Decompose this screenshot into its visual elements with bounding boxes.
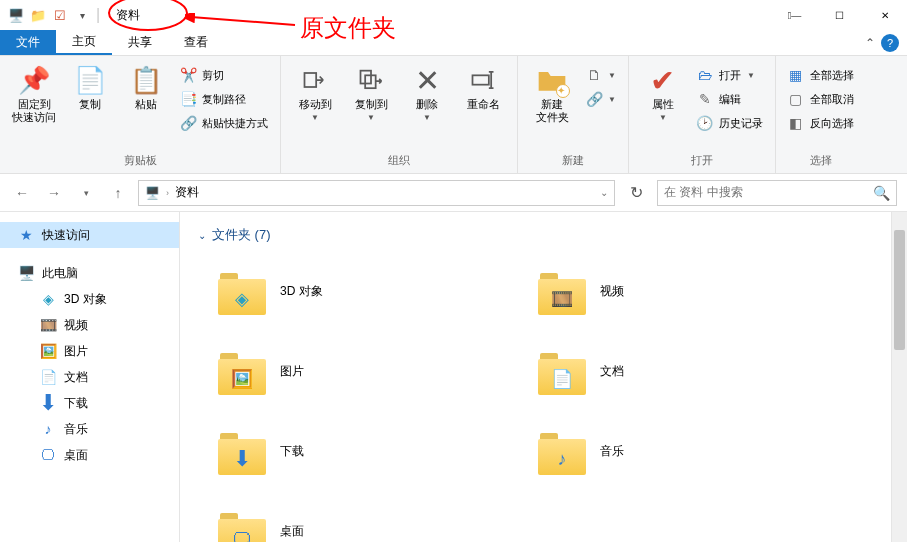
pc-icon: 🖥️ <box>18 265 34 281</box>
open-label: 打开 <box>719 68 741 83</box>
history-label: 历史记录 <box>719 116 763 131</box>
chevron-down-icon: ⌄ <box>198 230 206 241</box>
svg-rect-4 <box>473 75 489 84</box>
address-path: 资料 <box>175 184 199 201</box>
ribbon-tabs: 文件 主页 共享 查看 ⌃ ? <box>0 30 907 56</box>
window-title: 资料 <box>116 7 140 24</box>
invert-selection-button[interactable]: ◧反向选择 <box>784 112 858 134</box>
folder-music[interactable]: ♪音乐 <box>518 416 838 486</box>
sidebar-item-label: 桌面 <box>64 447 88 464</box>
tab-home[interactable]: 主页 <box>56 30 112 55</box>
cube-icon: ◈ <box>40 291 56 307</box>
copy-icon: 📄 <box>74 64 106 96</box>
group-label-open: 打开 <box>637 153 767 171</box>
window-icon-pc: 🖥️ <box>8 7 24 23</box>
sidebar-item-picture[interactable]: 🖼️图片 <box>0 338 179 364</box>
folder-icon: ♪ <box>538 427 586 475</box>
back-button[interactable]: ← <box>10 181 34 205</box>
scrollbar-thumb[interactable] <box>894 230 905 350</box>
cut-button[interactable]: ✂️剪切 <box>176 64 272 86</box>
folder-label: 视频 <box>600 283 624 300</box>
pin-to-quick-access-button[interactable]: 📌 固定到 快速访问 <box>8 60 60 124</box>
forward-button[interactable]: → <box>42 181 66 205</box>
select-all-button[interactable]: ▦全部选择 <box>784 64 858 86</box>
folder-icon: ⬇ <box>218 427 266 475</box>
sidebar-item-video[interactable]: 🎞️视频 <box>0 312 179 338</box>
sidebar-quick-access[interactable]: ★ 快速访问 <box>0 222 179 248</box>
paste-shortcut-button[interactable]: 🔗粘贴快捷方式 <box>176 112 272 134</box>
folder-picture[interactable]: 🖼️图片 <box>198 336 518 406</box>
close-button[interactable]: ✕ <box>862 0 907 30</box>
select-none-button[interactable]: ▢全部取消 <box>784 88 858 110</box>
move-to-button[interactable]: 移动到 ▼ <box>289 60 341 122</box>
sidebar-item-music[interactable]: ♪音乐 <box>0 416 179 442</box>
history-icon: 🕑 <box>697 115 713 131</box>
sidebar-this-pc-label: 此电脑 <box>42 265 78 282</box>
content-area: ★ 快速访问 🖥️ 此电脑 ◈3D 对象🎞️视频🖼️图片📄文档⬇下载♪音乐🖵桌面… <box>0 212 907 542</box>
copy-path-button[interactable]: 📑复制路径 <box>176 88 272 110</box>
paste-shortcut-label: 粘贴快捷方式 <box>202 116 268 131</box>
help-button[interactable]: ? <box>881 34 899 52</box>
new-item-button[interactable]: 🗋▼ <box>582 64 620 86</box>
vertical-scrollbar[interactable] <box>891 212 907 542</box>
new-folder-button[interactable]: ✦ 新建 文件夹 <box>526 60 578 124</box>
properties-button[interactable]: ✔ 属性 ▼ <box>637 60 689 122</box>
edit-button[interactable]: ✎编辑 <box>693 88 767 110</box>
desktop-icon: 🖵 <box>40 447 56 463</box>
star-icon: ★ <box>18 227 34 243</box>
sidebar-item-desktop[interactable]: 🖵桌面 <box>0 442 179 468</box>
folder-document[interactable]: 📄文档 <box>518 336 838 406</box>
sidebar-item-download[interactable]: ⬇下载 <box>0 390 179 416</box>
sidebar-item-document[interactable]: 📄文档 <box>0 364 179 390</box>
ribbon-group-open: ✔ 属性 ▼ 🗁打开 ▼ ✎编辑 🕑历史记录 打开 <box>629 56 776 173</box>
easy-access-icon: 🔗 <box>586 91 602 107</box>
chevron-down-icon: ▼ <box>608 71 616 80</box>
history-button[interactable]: 🕑历史记录 <box>693 112 767 134</box>
refresh-button[interactable]: ↻ <box>623 180 649 206</box>
address-dropdown[interactable]: ⌄ <box>600 187 608 198</box>
search-input[interactable]: 在 资料 中搜索 🔍 <box>657 180 897 206</box>
folder-cube[interactable]: ◈3D 对象 <box>198 256 518 326</box>
main-pane: ⌄ 文件夹 (7) ◈3D 对象🎞️视频🖼️图片📄文档⬇下载♪音乐🖵桌面 <box>180 212 907 542</box>
ribbon-group-new: ✦ 新建 文件夹 🗋▼ 🔗▼ 新建 <box>518 56 629 173</box>
paste-label: 粘贴 <box>135 98 157 111</box>
folders-section-header[interactable]: ⌄ 文件夹 (7) <box>198 226 889 244</box>
paste-icon: 📋 <box>130 64 162 96</box>
sidebar-item-label: 音乐 <box>64 421 88 438</box>
copy-path-icon: 📑 <box>180 91 196 107</box>
tab-view[interactable]: 查看 <box>168 30 224 55</box>
search-icon: 🔍 <box>873 185 890 201</box>
address-pc-icon: 🖥️ <box>145 186 160 200</box>
tab-file[interactable]: 文件 <box>0 30 56 55</box>
sidebar-this-pc[interactable]: 🖥️ 此电脑 <box>0 260 179 286</box>
rename-icon <box>467 64 499 96</box>
paste-button[interactable]: 📋 粘贴 <box>120 60 172 111</box>
address-bar[interactable]: 🖥️ › 资料 ⌄ <box>138 180 615 206</box>
folders-section-title: 文件夹 (7) <box>212 226 271 244</box>
chevron-down-icon: ▼ <box>747 71 755 80</box>
up-button[interactable]: ↑ <box>106 181 130 205</box>
recent-button[interactable]: ▾ <box>74 181 98 205</box>
quick-access-dropdown[interactable]: ▾ <box>74 7 90 23</box>
rename-button[interactable]: 重命名 <box>457 60 509 111</box>
folder-download[interactable]: ⬇下载 <box>198 416 518 486</box>
tab-share[interactable]: 共享 <box>112 30 168 55</box>
folder-video[interactable]: 🎞️视频 <box>518 256 838 326</box>
copy-button[interactable]: 📄 复制 <box>64 60 116 111</box>
folder-desktop[interactable]: 🖵桌面 <box>198 496 518 542</box>
sidebar-item-cube[interactable]: ◈3D 对象 <box>0 286 179 312</box>
collapse-ribbon-button[interactable]: ⌃ <box>865 36 875 50</box>
invert-label: 反向选择 <box>810 116 854 131</box>
open-button[interactable]: 🗁打开 ▼ <box>693 64 767 86</box>
copy-to-button[interactable]: 复制到 ▼ <box>345 60 397 122</box>
ribbon-group-select: ▦全部选择 ▢全部取消 ◧反向选择 选择 <box>776 56 866 173</box>
maximize-button[interactable]: ☐ <box>817 0 862 30</box>
chevron-down-icon: ▼ <box>423 113 431 122</box>
folder-label: 3D 对象 <box>280 283 323 300</box>
window-icon-check: ☑ <box>52 7 68 23</box>
minimize-button[interactable]: — <box>772 0 817 30</box>
window-titlebar: 🖥️ 📁 ☑ ▾ | 资料 — ☐ ✕ 原文件夹 <box>0 0 907 30</box>
easy-access-button[interactable]: 🔗▼ <box>582 88 620 110</box>
delete-button[interactable]: ✕ 删除 ▼ <box>401 60 453 122</box>
folder-icon: 📄 <box>538 347 586 395</box>
